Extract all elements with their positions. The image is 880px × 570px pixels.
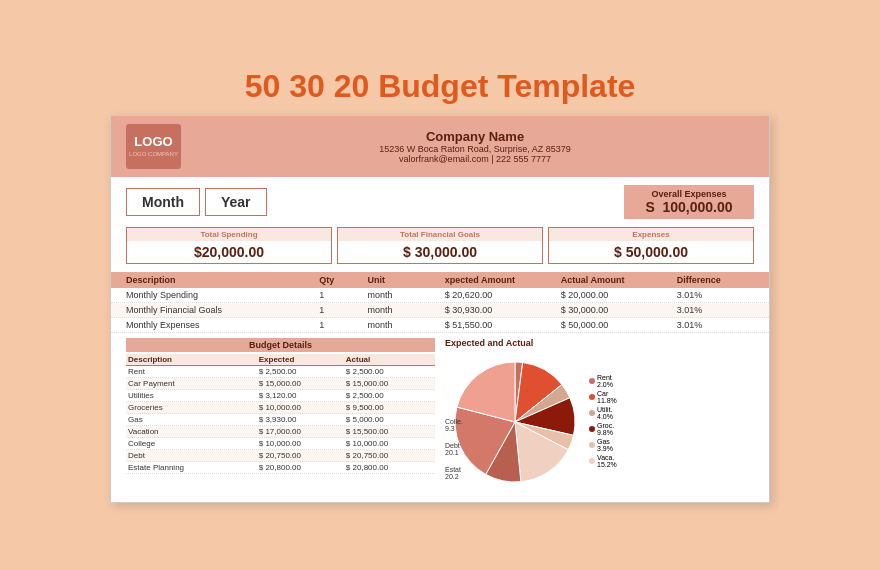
budget-row: Gas$ 3,930.00$ 5,000.00 xyxy=(126,414,435,426)
total-spending-label: Total Spending xyxy=(127,228,331,241)
main-card: LOGO LOGO COMPANY Company Name 15236 W B… xyxy=(110,115,770,503)
total-financial-label: Total Financial Goals xyxy=(338,228,542,241)
pie-chart xyxy=(445,352,585,492)
total-spending-value: $20,000.00 xyxy=(135,244,323,260)
budget-row: College$ 10,000.00$ 10,000.00 xyxy=(126,438,435,450)
overall-expenses-label: Overall Expenses xyxy=(636,189,742,199)
chart-area: Expected and Actual Rent2.0%Car11.8%Util… xyxy=(445,338,754,492)
legend-item: Car11.8% xyxy=(589,390,617,404)
budget-row: Car Payment$ 15,000.00$ 15,000.00 xyxy=(126,378,435,390)
overview-table-header: Description Qty Unit xpected Amount Actu… xyxy=(111,272,769,288)
budget-title: Budget Details xyxy=(126,338,435,352)
overall-expenses-box: Overall Expenses S 100,000.00 xyxy=(624,185,754,219)
table-row: Monthly Expenses1month$ 51,550.00$ 50,00… xyxy=(111,318,769,333)
budget-row: Groceries$ 10,000.00$ 9,500.00 xyxy=(126,402,435,414)
logo-text: LOGO xyxy=(134,135,172,149)
company-contact: valorfrank@email.com | 222 555 7777 xyxy=(196,154,754,164)
left-legend-item: Colle.9.3 xyxy=(445,418,463,432)
expenses-label: Expenses xyxy=(549,228,753,241)
company-name: Company Name xyxy=(196,129,754,144)
budget-row: Debt$ 20,750.00$ 20,750.00 xyxy=(126,450,435,462)
legend-item: Groc.9.8% xyxy=(589,422,617,436)
right-legend: Rent2.0%Car11.8%Utilit.4.0%Groc.9.8%Gas3… xyxy=(589,374,617,470)
legend-item: Utilit.4.0% xyxy=(589,406,617,420)
expenses-box: Expenses $ 50,000.00 xyxy=(548,227,754,264)
budget-row: Vacation$ 17,000.00$ 15,500.00 xyxy=(126,426,435,438)
budget-table-header: Description Expected Actual xyxy=(126,354,435,366)
logo-sub: LOGO COMPANY xyxy=(129,151,178,157)
company-address: 15236 W Boca Raton Road, Surprise, AZ 85… xyxy=(196,144,754,154)
overall-symbol: S xyxy=(645,199,654,215)
expenses-value: $ 50,000.00 xyxy=(557,244,745,260)
month-year-group: Month Year xyxy=(126,188,614,216)
logo: LOGO LOGO COMPANY xyxy=(126,124,181,169)
total-financial-box: Total Financial Goals $ 30,000.00 xyxy=(337,227,543,264)
left-legend-item: Estat20.2 xyxy=(445,466,463,480)
month-box[interactable]: Month xyxy=(126,188,200,216)
company-info: Company Name 15236 W Boca Raton Road, Su… xyxy=(196,129,754,164)
left-legend-item: Debt20.1 xyxy=(445,442,463,456)
legend-item: Gas3.9% xyxy=(589,438,617,452)
table-row: Monthly Spending1month$ 20,620.00$ 20,00… xyxy=(111,288,769,303)
overall-amount: 100,000.00 xyxy=(663,199,733,215)
company-header: LOGO LOGO COMPANY Company Name 15236 W B… xyxy=(111,116,769,177)
total-spending-box: Total Spending $20,000.00 xyxy=(126,227,332,264)
spending-row: Total Spending $20,000.00 Total Financia… xyxy=(111,227,769,272)
summary-row: Month Year Overall Expenses S 100,000.00 xyxy=(111,177,769,227)
legend-item: Vaca.15.2% xyxy=(589,454,617,468)
budget-row: Rent$ 2,500.00$ 2,500.00 xyxy=(126,366,435,378)
total-financial-value: $ 30,000.00 xyxy=(346,244,534,260)
page-title: 50 30 20 Budget Template xyxy=(245,68,636,105)
budget-row: Utilities$ 3,120.00$ 2,500.00 xyxy=(126,390,435,402)
year-box[interactable]: Year xyxy=(205,188,267,216)
legend-item: Rent2.0% xyxy=(589,374,617,388)
table-row: Monthly Financial Goals1month$ 30,930.00… xyxy=(111,303,769,318)
chart-title: Expected and Actual xyxy=(445,338,754,348)
overall-expenses-value: S 100,000.00 xyxy=(636,199,742,215)
budget-table: Budget Details Description Expected Actu… xyxy=(126,338,435,492)
left-legend: Colle.9.3Debt20.1Estat20.2 xyxy=(445,418,463,490)
budget-section: Budget Details Description Expected Actu… xyxy=(111,333,769,502)
budget-row: Estate Planning$ 20,800.00$ 20,800.00 xyxy=(126,462,435,474)
